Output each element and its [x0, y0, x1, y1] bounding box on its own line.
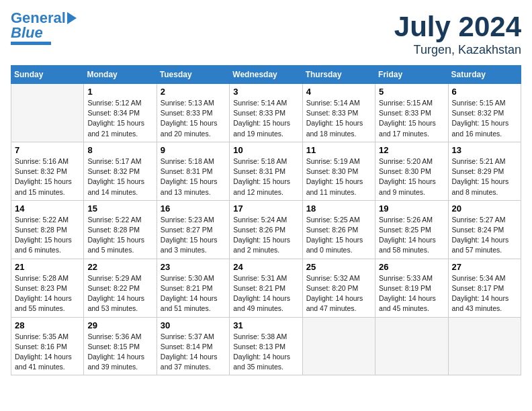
col-header-wednesday: Wednesday: [230, 66, 302, 84]
col-header-tuesday: Tuesday: [157, 66, 229, 84]
day-info: Sunrise: 5:22 AM Sunset: 8:28 PM Dayligh…: [15, 215, 80, 256]
day-cell: 12Sunrise: 5:20 AM Sunset: 8:30 PM Dayli…: [375, 142, 448, 200]
day-info: Sunrise: 5:13 AM Sunset: 8:33 PM Dayligh…: [161, 98, 226, 139]
day-number: 19: [379, 203, 444, 214]
logo-arrow-icon: [67, 12, 77, 24]
day-info: Sunrise: 5:28 AM Sunset: 8:23 PM Dayligh…: [15, 273, 80, 314]
day-cell: 2Sunrise: 5:13 AM Sunset: 8:33 PM Daylig…: [157, 84, 229, 142]
header-row: SundayMondayTuesdayWednesdayThursdayFrid…: [11, 66, 521, 84]
day-number: 23: [161, 262, 226, 272]
day-number: 30: [161, 320, 226, 330]
day-number: 5: [379, 87, 444, 97]
calendar-table: SundayMondayTuesdayWednesdayThursdayFrid…: [11, 65, 521, 375]
day-cell: 11Sunrise: 5:19 AM Sunset: 8:30 PM Dayli…: [302, 142, 375, 200]
day-cell: 19Sunrise: 5:26 AM Sunset: 8:25 PM Dayli…: [375, 200, 448, 259]
day-number: 18: [306, 203, 371, 214]
day-cell: 6Sunrise: 5:15 AM Sunset: 8:32 PM Daylig…: [448, 84, 521, 142]
page-header: General Blue July 2024 Turgen, Kazakhsta…: [11, 11, 521, 57]
day-cell: 15Sunrise: 5:22 AM Sunset: 8:28 PM Dayli…: [84, 200, 157, 259]
day-info: Sunrise: 5:24 AM Sunset: 8:26 PM Dayligh…: [233, 215, 298, 256]
calendar-title: July 2024: [394, 11, 521, 43]
day-number: 4: [306, 87, 371, 97]
day-number: 17: [233, 203, 298, 214]
day-number: 9: [161, 145, 226, 155]
day-info: Sunrise: 5:15 AM Sunset: 8:33 PM Dayligh…: [379, 98, 444, 139]
day-info: Sunrise: 5:14 AM Sunset: 8:33 PM Dayligh…: [306, 98, 371, 139]
day-number: 16: [161, 203, 226, 214]
day-cell: 17Sunrise: 5:24 AM Sunset: 8:26 PM Dayli…: [230, 200, 302, 259]
day-cell: 27Sunrise: 5:34 AM Sunset: 8:17 PM Dayli…: [448, 259, 521, 317]
day-info: Sunrise: 5:31 AM Sunset: 8:21 PM Dayligh…: [233, 273, 298, 314]
day-cell: 31Sunrise: 5:38 AM Sunset: 8:13 PM Dayli…: [230, 317, 302, 375]
logo-text: General: [11, 11, 66, 26]
day-number: 14: [15, 203, 80, 214]
calendar-header: SundayMondayTuesdayWednesdayThursdayFrid…: [11, 66, 521, 84]
col-header-friday: Friday: [375, 66, 448, 84]
day-cell: 8Sunrise: 5:17 AM Sunset: 8:32 PM Daylig…: [84, 142, 157, 200]
day-cell: 14Sunrise: 5:22 AM Sunset: 8:28 PM Dayli…: [11, 200, 84, 259]
day-cell: 30Sunrise: 5:37 AM Sunset: 8:14 PM Dayli…: [157, 317, 229, 375]
day-number: 28: [15, 320, 80, 330]
day-info: Sunrise: 5:17 AM Sunset: 8:32 PM Dayligh…: [87, 156, 152, 197]
week-row-4: 21Sunrise: 5:28 AM Sunset: 8:23 PM Dayli…: [11, 259, 521, 317]
day-info: Sunrise: 5:29 AM Sunset: 8:22 PM Dayligh…: [87, 273, 152, 314]
day-cell: 9Sunrise: 5:18 AM Sunset: 8:31 PM Daylig…: [157, 142, 229, 200]
day-number: 6: [452, 87, 517, 97]
day-info: Sunrise: 5:15 AM Sunset: 8:32 PM Dayligh…: [452, 98, 517, 139]
day-info: Sunrise: 5:18 AM Sunset: 8:31 PM Dayligh…: [233, 156, 298, 197]
day-info: Sunrise: 5:16 AM Sunset: 8:32 PM Dayligh…: [15, 156, 80, 197]
day-info: Sunrise: 5:18 AM Sunset: 8:31 PM Dayligh…: [161, 156, 226, 197]
day-cell: 7Sunrise: 5:16 AM Sunset: 8:32 PM Daylig…: [11, 142, 84, 200]
day-info: Sunrise: 5:25 AM Sunset: 8:26 PM Dayligh…: [306, 215, 371, 256]
day-number: 8: [87, 145, 152, 155]
day-info: Sunrise: 5:26 AM Sunset: 8:25 PM Dayligh…: [379, 215, 444, 256]
week-row-5: 28Sunrise: 5:35 AM Sunset: 8:16 PM Dayli…: [11, 317, 521, 375]
calendar-title-block: July 2024 Turgen, Kazakhstan: [394, 11, 521, 57]
col-header-saturday: Saturday: [448, 66, 521, 84]
day-cell: 24Sunrise: 5:31 AM Sunset: 8:21 PM Dayli…: [230, 259, 302, 317]
logo-blue: Blue: [11, 26, 43, 40]
logo-underline: [11, 42, 51, 45]
day-cell: 20Sunrise: 5:27 AM Sunset: 8:24 PM Dayli…: [448, 200, 521, 259]
day-number: 12: [379, 145, 444, 155]
day-cell: 10Sunrise: 5:18 AM Sunset: 8:31 PM Dayli…: [230, 142, 302, 200]
day-cell: 5Sunrise: 5:15 AM Sunset: 8:33 PM Daylig…: [375, 84, 448, 142]
day-cell: 22Sunrise: 5:29 AM Sunset: 8:22 PM Dayli…: [84, 259, 157, 317]
col-header-sunday: Sunday: [11, 66, 84, 84]
calendar-body: 1Sunrise: 5:12 AM Sunset: 8:34 PM Daylig…: [11, 84, 521, 375]
day-number: 3: [233, 87, 298, 97]
day-cell: [448, 317, 521, 375]
day-number: 7: [15, 145, 80, 155]
day-number: 22: [87, 262, 152, 272]
day-cell: 4Sunrise: 5:14 AM Sunset: 8:33 PM Daylig…: [302, 84, 375, 142]
day-info: Sunrise: 5:14 AM Sunset: 8:33 PM Dayligh…: [233, 98, 298, 139]
day-cell: 25Sunrise: 5:32 AM Sunset: 8:20 PM Dayli…: [302, 259, 375, 317]
day-info: Sunrise: 5:34 AM Sunset: 8:17 PM Dayligh…: [452, 273, 517, 314]
day-cell: 29Sunrise: 5:36 AM Sunset: 8:15 PM Dayli…: [84, 317, 157, 375]
day-info: Sunrise: 5:27 AM Sunset: 8:24 PM Dayligh…: [452, 215, 517, 256]
day-number: 21: [15, 262, 80, 272]
day-info: Sunrise: 5:38 AM Sunset: 8:13 PM Dayligh…: [233, 332, 298, 373]
col-header-monday: Monday: [84, 66, 157, 84]
day-info: Sunrise: 5:35 AM Sunset: 8:16 PM Dayligh…: [15, 332, 80, 373]
calendar-subtitle: Turgen, Kazakhstan: [394, 43, 521, 57]
day-number: 1: [87, 87, 152, 97]
day-cell: 18Sunrise: 5:25 AM Sunset: 8:26 PM Dayli…: [302, 200, 375, 259]
day-info: Sunrise: 5:30 AM Sunset: 8:21 PM Dayligh…: [161, 273, 226, 314]
day-info: Sunrise: 5:12 AM Sunset: 8:34 PM Dayligh…: [87, 98, 152, 139]
day-cell: [375, 317, 448, 375]
week-row-2: 7Sunrise: 5:16 AM Sunset: 8:32 PM Daylig…: [11, 142, 521, 200]
day-number: 13: [452, 145, 517, 155]
day-cell: [11, 84, 84, 142]
col-header-thursday: Thursday: [302, 66, 375, 84]
day-cell: 16Sunrise: 5:23 AM Sunset: 8:27 PM Dayli…: [157, 200, 229, 259]
day-number: 10: [233, 145, 298, 155]
day-number: 25: [306, 262, 371, 272]
day-info: Sunrise: 5:22 AM Sunset: 8:28 PM Dayligh…: [87, 215, 152, 256]
day-number: 27: [452, 262, 517, 272]
day-info: Sunrise: 5:36 AM Sunset: 8:15 PM Dayligh…: [87, 332, 152, 373]
week-row-3: 14Sunrise: 5:22 AM Sunset: 8:28 PM Dayli…: [11, 200, 521, 259]
day-number: 20: [452, 203, 517, 214]
day-info: Sunrise: 5:32 AM Sunset: 8:20 PM Dayligh…: [306, 273, 371, 314]
day-cell: 21Sunrise: 5:28 AM Sunset: 8:23 PM Dayli…: [11, 259, 84, 317]
